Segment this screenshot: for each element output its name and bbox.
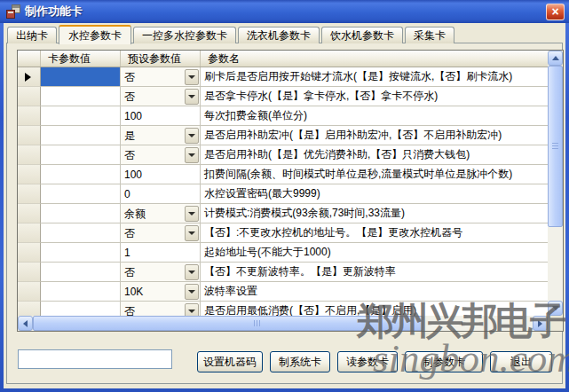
row-selector[interactable] <box>18 165 41 184</box>
param-name-cell[interactable]: 计费模式:消费模式(93余额,73时间,33流量) <box>201 204 548 223</box>
dropdown-button[interactable] <box>185 89 199 105</box>
tab-water-control-param-card[interactable]: 水控参数卡 <box>59 25 131 44</box>
param-name-cell[interactable]: 是否启用补助宏冲(【是】启用补助宏冲,【否】不启用补助宏冲) <box>201 126 548 145</box>
preset-value-cell[interactable]: 否 <box>121 67 201 87</box>
grid-header-row: 卡参数值 预设参数值 参数名 <box>18 51 548 67</box>
row-selector[interactable] <box>18 223 41 243</box>
dropdown-button[interactable] <box>185 147 199 163</box>
card-value-cell[interactable] <box>41 243 121 263</box>
card-value-cell[interactable] <box>41 302 121 316</box>
card-value-cell[interactable] <box>41 204 121 223</box>
table-row: 否 【否】:不更改水控机的地址号。【是】更改水控机器号 <box>18 223 548 243</box>
scroll-up-button[interactable] <box>548 51 563 66</box>
card-value-cell[interactable] <box>41 184 121 204</box>
machine-code-input[interactable] <box>18 349 172 369</box>
column-header-card-value[interactable]: 卡参数值 <box>41 51 121 67</box>
tab-one-control-multi-water-param-card[interactable]: 一控多水控参数卡 <box>133 27 236 43</box>
preset-value-cell[interactable]: 否 <box>121 87 201 106</box>
arrow-down-icon <box>552 306 559 310</box>
dropdown-button[interactable] <box>185 284 199 300</box>
table-row: 100 每次扣费金额(单位分) <box>18 106 548 126</box>
preset-value-text: 10K <box>121 283 185 301</box>
dropdown-button[interactable] <box>185 303 199 317</box>
row-selector[interactable] <box>18 184 41 204</box>
row-selector[interactable] <box>18 145 41 165</box>
param-name-cell[interactable]: 是否拿卡停水(【是】拿卡停水,【否】拿卡不停水) <box>201 87 548 106</box>
preset-value-cell[interactable]: 0 <box>121 184 201 204</box>
card-value-cell[interactable] <box>41 165 121 184</box>
card-value-cell[interactable] <box>41 263 121 282</box>
preset-value-cell[interactable]: 否 <box>121 223 201 243</box>
preset-value-cell[interactable]: 1 <box>121 243 201 263</box>
param-name-cell[interactable]: 波特率设置 <box>201 282 548 302</box>
vertical-scrollbar-thumb[interactable] <box>548 66 563 227</box>
row-selector[interactable] <box>18 282 41 302</box>
preset-value-cell[interactable]: 100 <box>121 165 201 184</box>
preset-value-cell[interactable]: 否 <box>121 145 201 165</box>
param-name-cell[interactable]: 是否启用补助(【是】优先消费补助,【否】只消费大钱包) <box>201 145 548 165</box>
preset-value-text: 否 <box>121 68 185 86</box>
param-name-cell[interactable]: 刷卡后是否启用按开始键才流水(【是】按键流水,【否】刷卡流水) <box>201 67 548 87</box>
param-name-cell[interactable]: 水控设置密码(最大9999) <box>201 184 548 204</box>
grid-rows: 否 刷卡后是否启用按开始键才流水(【是】按键流水,【否】刷卡流水) 否 是否拿卡… <box>18 67 548 316</box>
make-param-card-button[interactable]: 制参数卡 <box>405 351 483 372</box>
card-value-cell[interactable] <box>41 126 121 145</box>
row-selector[interactable] <box>18 126 41 145</box>
row-selector[interactable] <box>18 302 41 316</box>
vertical-scrollbar[interactable] <box>548 51 563 316</box>
scroll-left-button[interactable] <box>18 316 33 331</box>
card-value-cell[interactable] <box>41 223 121 243</box>
card-value-cell[interactable] <box>41 145 121 165</box>
tab-water-dispenser-param-card[interactable]: 饮水机参数卡 <box>321 27 403 43</box>
preset-value-cell[interactable]: 否 <box>121 302 201 316</box>
dropdown-button[interactable] <box>185 264 199 280</box>
param-name-cell[interactable]: 起始地址号(不能大于1000) <box>201 243 548 263</box>
param-name-cell[interactable]: 扣费间隔(余额、时间模式时单位是秒,流量模式时单位是脉冲个数) <box>201 165 548 184</box>
dropdown-button[interactable] <box>185 225 199 241</box>
scroll-down-button[interactable] <box>548 301 563 316</box>
tab-cashier-card[interactable]: 出纳卡 <box>7 27 57 43</box>
row-selector[interactable] <box>18 106 41 126</box>
set-machine-code-button[interactable]: 设置机器码 <box>197 351 263 372</box>
chevron-down-icon <box>188 95 195 98</box>
row-selector[interactable] <box>18 243 41 263</box>
preset-value-cell[interactable]: 10K <box>121 282 201 302</box>
chevron-down-icon <box>188 310 195 313</box>
preset-value-cell[interactable]: 100 <box>121 106 201 126</box>
row-selector[interactable] <box>18 67 41 87</box>
grid-corner-header[interactable] <box>18 51 41 67</box>
card-value-cell[interactable] <box>41 106 121 126</box>
preset-value-cell[interactable]: 余额 <box>121 204 201 223</box>
exit-button[interactable]: 退出 <box>490 351 552 372</box>
param-name-cell[interactable]: 每次扣费金额(单位分) <box>201 106 548 126</box>
table-row: 100 扣费间隔(余额、时间模式时单位是秒,流量模式时单位是脉冲个数) <box>18 165 548 184</box>
param-name-cell[interactable]: 【否】不更新波特率。【是】更新波特率 <box>201 263 548 282</box>
card-value-cell[interactable] <box>41 87 121 106</box>
preset-value-text: 余额 <box>121 205 185 223</box>
close-button[interactable]: × <box>546 4 565 20</box>
tab-washing-machine-param-card[interactable]: 洗衣机参数卡 <box>238 27 320 43</box>
horizontal-scrollbar[interactable] <box>18 316 548 331</box>
column-header-param-name[interactable]: 参数名 <box>201 51 548 67</box>
chevron-down-icon <box>188 270 195 274</box>
row-selector[interactable] <box>18 263 41 282</box>
make-system-card-button[interactable]: 制系统卡 <box>270 351 330 372</box>
preset-value-cell[interactable]: 否 <box>121 263 201 282</box>
scroll-right-button[interactable] <box>533 316 548 331</box>
read-param-card-button[interactable]: 读参数卡 <box>337 351 398 372</box>
card-value-cell[interactable] <box>41 282 121 302</box>
table-row: 0 水控设置密码(最大9999) <box>18 184 548 204</box>
preset-value-cell[interactable]: 是 <box>121 126 201 145</box>
tab-collector-card[interactable]: 采集卡 <box>405 27 454 43</box>
title-bar: 制作功能卡 × <box>0 0 569 23</box>
param-name-cell[interactable]: 【否】:不更改水控机的地址号。【是】更改水控机器号 <box>201 223 548 243</box>
horizontal-scrollbar-thumb[interactable] <box>33 316 423 331</box>
row-selector[interactable] <box>18 204 41 223</box>
column-header-preset-value[interactable]: 预设参数值 <box>121 51 201 67</box>
row-selector[interactable] <box>18 87 41 106</box>
param-name-cell[interactable]: 是否启用最低消费(【否】不启用,【是】启用) <box>201 302 548 316</box>
dropdown-button[interactable] <box>185 69 199 85</box>
dropdown-button[interactable] <box>185 206 199 222</box>
card-value-cell[interactable] <box>41 67 121 87</box>
dropdown-button[interactable] <box>185 128 199 144</box>
